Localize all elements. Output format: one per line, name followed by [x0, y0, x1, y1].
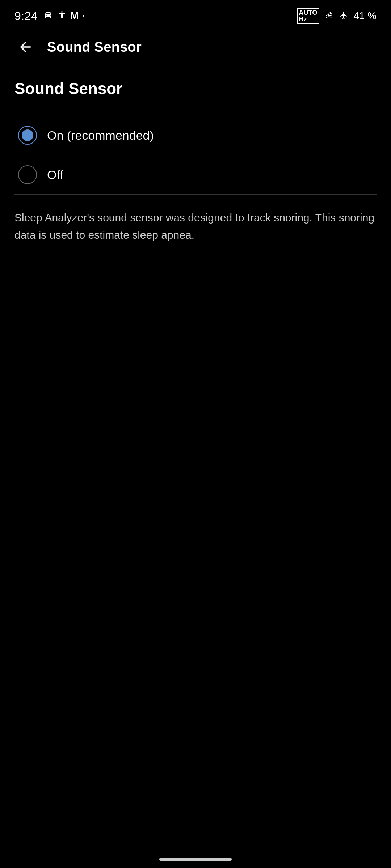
auto-hz-icon: AUTOHz — [297, 8, 320, 24]
status-icons: M • — [43, 10, 85, 22]
status-time: 9:24 — [14, 9, 38, 23]
person-icon — [57, 10, 67, 21]
description-text: Sleep Analyzer's sound sensor was design… — [14, 205, 377, 247]
airplane-icon — [339, 11, 349, 21]
back-button[interactable] — [14, 36, 36, 58]
radio-on-circle[interactable] — [18, 126, 37, 145]
status-bar-right: AUTOHz 41 % — [297, 8, 377, 24]
radio-options: On (recommended) Off — [14, 116, 377, 195]
page-title: Sound Sensor — [47, 39, 142, 55]
status-bar-left: 9:24 M • — [14, 9, 85, 23]
gmail-icon: M — [70, 10, 79, 22]
main-content: Sound Sensor On (recommended) Off Sleep … — [0, 65, 391, 262]
section-title: Sound Sensor — [14, 76, 377, 101]
option-off-label: Off — [47, 168, 63, 182]
option-on-label: On (recommended) — [47, 128, 154, 142]
battery-percentage: 41 % — [353, 10, 377, 22]
radio-off-circle[interactable] — [18, 165, 37, 184]
wifi-off-icon — [324, 11, 335, 21]
home-indicator — [159, 858, 232, 861]
notification-dot: • — [83, 12, 85, 20]
option-on[interactable]: On (recommended) — [14, 116, 377, 155]
car-icon — [43, 10, 54, 21]
status-bar: 9:24 M • AUTOHz — [0, 0, 391, 29]
top-navigation: Sound Sensor — [0, 29, 391, 65]
option-off[interactable]: Off — [14, 155, 377, 195]
